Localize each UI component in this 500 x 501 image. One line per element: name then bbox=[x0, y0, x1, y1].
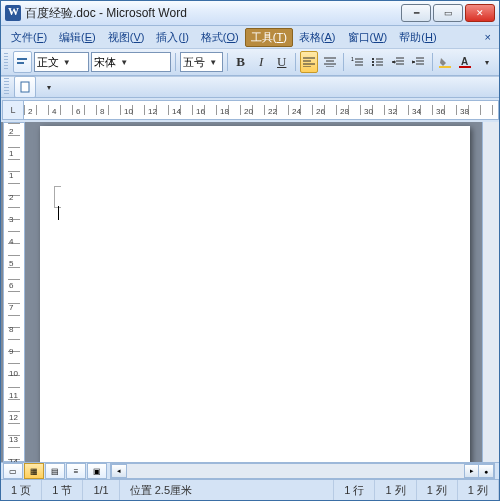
document-icon bbox=[19, 81, 31, 93]
font-color-button[interactable]: A bbox=[457, 51, 476, 73]
toolbar-overflow-button[interactable]: ▾ bbox=[478, 51, 497, 73]
doc-close-button[interactable]: × bbox=[481, 31, 495, 43]
titlebar[interactable]: 百度经验.doc - Microsoft Word ━ ▭ ✕ bbox=[1, 1, 499, 26]
ruler-label: 1 bbox=[9, 149, 13, 158]
svg-point-3 bbox=[372, 58, 374, 60]
horizontal-scrollbar[interactable]: ◂ ▸ ● bbox=[110, 463, 495, 479]
ruler-label: 8 bbox=[9, 325, 13, 334]
outline-view-button[interactable]: ≡ bbox=[66, 463, 86, 479]
font-color-icon: A bbox=[459, 56, 473, 68]
page[interactable] bbox=[40, 126, 470, 462]
svg-point-4 bbox=[372, 61, 374, 63]
menu-table[interactable]: 表格(A) bbox=[293, 28, 342, 47]
decrease-indent-button[interactable] bbox=[389, 51, 408, 73]
ruler-label: 36 bbox=[436, 107, 445, 116]
text-cursor bbox=[58, 206, 59, 220]
ruler-label: 28 bbox=[340, 107, 349, 116]
status-col: 1 列 bbox=[375, 480, 416, 500]
status-bar: 1 页 1 节 1/1 位置 2.5厘米 1 行 1 列 1 列 1 列 bbox=[1, 479, 499, 500]
status-line: 1 行 bbox=[334, 480, 375, 500]
status-position: 位置 2.5厘米 bbox=[120, 480, 335, 500]
page-container[interactable] bbox=[27, 122, 482, 462]
menu-edit[interactable]: 编辑(E) bbox=[53, 28, 102, 47]
normal-view-button[interactable]: ▭ bbox=[3, 463, 23, 479]
reading-view-button[interactable]: ▣ bbox=[87, 463, 107, 479]
menu-help[interactable]: 帮助(H) bbox=[393, 28, 442, 47]
align-center-icon bbox=[324, 57, 336, 67]
ruler-label: 7 bbox=[9, 303, 13, 312]
vertical-scrollbar[interactable] bbox=[482, 122, 499, 462]
highlight-icon bbox=[439, 56, 453, 68]
svg-rect-9 bbox=[21, 82, 29, 92]
italic-button[interactable]: I bbox=[252, 51, 271, 73]
align-center-button[interactable] bbox=[320, 51, 339, 73]
menu-format[interactable]: 格式(O) bbox=[195, 28, 245, 47]
increase-indent-button[interactable] bbox=[409, 51, 428, 73]
bold-button[interactable]: B bbox=[231, 51, 250, 73]
ruler-label: 10 bbox=[124, 107, 133, 116]
chevron-down-icon: ▼ bbox=[209, 58, 217, 67]
ruler-label: 34 bbox=[412, 107, 421, 116]
browse-object-button[interactable]: ● bbox=[478, 464, 494, 478]
horizontal-ruler[interactable]: L 2468101214161820222426283032343638 bbox=[23, 100, 499, 120]
styles-pane-button[interactable] bbox=[13, 51, 32, 73]
chevron-down-icon: ▾ bbox=[47, 83, 51, 92]
toolbar-grip[interactable] bbox=[4, 78, 9, 96]
menu-view[interactable]: 视图(V) bbox=[102, 28, 151, 47]
ruler-label: 22 bbox=[268, 107, 277, 116]
maximize-button[interactable]: ▭ bbox=[433, 4, 463, 22]
ruler-label: 18 bbox=[220, 107, 229, 116]
svg-rect-0 bbox=[17, 58, 27, 60]
standard-toolbar: ▾ bbox=[1, 76, 499, 98]
minimize-button[interactable]: ━ bbox=[401, 4, 431, 22]
align-left-button[interactable] bbox=[300, 51, 319, 73]
highlight-color-button[interactable] bbox=[437, 51, 456, 73]
status-col: 1 列 bbox=[417, 480, 458, 500]
svg-rect-6 bbox=[439, 66, 451, 68]
ruler-label: 3 bbox=[9, 215, 13, 224]
increase-indent-icon bbox=[412, 57, 424, 67]
web-layout-view-button[interactable]: ▤ bbox=[45, 463, 65, 479]
svg-rect-1 bbox=[17, 62, 24, 64]
ruler-label: 9 bbox=[9, 347, 13, 356]
chevron-down-icon: ▾ bbox=[485, 58, 489, 67]
style-combo[interactable]: 正文▼ bbox=[34, 52, 90, 72]
view-bar: ▭ ▦ ▤ ≡ ▣ ◂ ▸ ● bbox=[1, 462, 499, 479]
margin-indicator bbox=[54, 186, 61, 208]
bullet-list-icon bbox=[371, 57, 383, 67]
ruler-label: 2 bbox=[28, 107, 32, 116]
svg-rect-8 bbox=[459, 66, 471, 68]
close-button[interactable]: ✕ bbox=[465, 4, 495, 22]
menu-bar: 文件(F) 编辑(E) 视图(V) 插入(I) 格式(O) 工具(T) 表格(A… bbox=[1, 26, 499, 48]
word-app-icon bbox=[5, 5, 21, 21]
underline-button[interactable]: U bbox=[272, 51, 291, 73]
status-col: 1 列 bbox=[458, 480, 499, 500]
new-doc-button[interactable] bbox=[14, 76, 36, 98]
ruler-label: 13 bbox=[9, 435, 18, 444]
vertical-ruler[interactable]: 2112345678910111213141516 bbox=[3, 122, 25, 462]
scroll-left-button[interactable]: ◂ bbox=[111, 464, 127, 478]
menu-file[interactable]: 文件(F) bbox=[5, 28, 53, 47]
ruler-label: 11 bbox=[9, 391, 18, 400]
ruler-label: 16 bbox=[196, 107, 205, 116]
font-combo[interactable]: 宋体▼ bbox=[91, 52, 171, 72]
toolbar-grip[interactable] bbox=[4, 53, 8, 71]
print-layout-view-button[interactable]: ▦ bbox=[24, 463, 44, 479]
ruler-label: 12 bbox=[9, 413, 18, 422]
numbered-list-button[interactable]: 1 bbox=[348, 51, 367, 73]
ruler-label: 24 bbox=[292, 107, 301, 116]
menu-window[interactable]: 窗口(W) bbox=[342, 28, 394, 47]
ruler-corner[interactable]: L bbox=[2, 100, 24, 120]
menu-insert[interactable]: 插入(I) bbox=[150, 28, 194, 47]
document-area: 2112345678910111213141516 bbox=[1, 122, 499, 462]
ruler-label: 32 bbox=[388, 107, 397, 116]
size-value: 五号 bbox=[183, 55, 205, 70]
bullet-list-button[interactable] bbox=[368, 51, 387, 73]
ruler-label: 14 bbox=[172, 107, 181, 116]
menu-tools[interactable]: 工具(T) bbox=[245, 28, 293, 47]
toolbar-overflow-button[interactable]: ▾ bbox=[38, 76, 60, 98]
ruler-label: 2 bbox=[9, 127, 13, 136]
window-title: 百度经验.doc - Microsoft Word bbox=[25, 5, 401, 22]
size-combo[interactable]: 五号▼ bbox=[180, 52, 222, 72]
ruler-label: 38 bbox=[460, 107, 469, 116]
